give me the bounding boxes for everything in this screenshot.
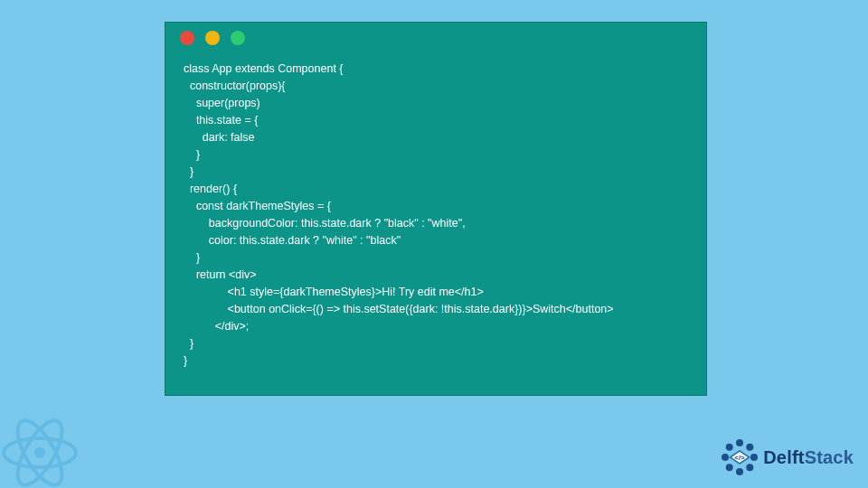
svg-point-4 xyxy=(736,439,743,446)
window-titlebar xyxy=(165,23,706,53)
brand-name: DelftStack xyxy=(763,447,854,468)
window-minimize-dot xyxy=(205,31,220,45)
svg-point-5 xyxy=(746,444,753,451)
brand-badge-icon: </> xyxy=(722,439,758,475)
code-window: class App extends Component { constructo… xyxy=(165,22,707,396)
svg-point-11 xyxy=(726,444,733,451)
brand-name-part1: Delft xyxy=(763,447,804,467)
svg-point-9 xyxy=(726,464,733,471)
svg-point-6 xyxy=(750,454,758,461)
svg-point-8 xyxy=(736,468,743,475)
react-atom-decoration xyxy=(0,412,85,488)
window-close-dot xyxy=(180,31,194,45)
svg-point-10 xyxy=(722,454,729,461)
svg-point-3 xyxy=(34,447,45,458)
window-maximize-dot xyxy=(231,31,245,45)
svg-point-7 xyxy=(746,464,753,471)
code-content: class App extends Component { constructo… xyxy=(165,53,706,380)
brand-logo: </> DelftStack xyxy=(722,439,854,475)
svg-text:</>: </> xyxy=(734,454,745,462)
brand-name-part2: Stack xyxy=(805,447,854,467)
